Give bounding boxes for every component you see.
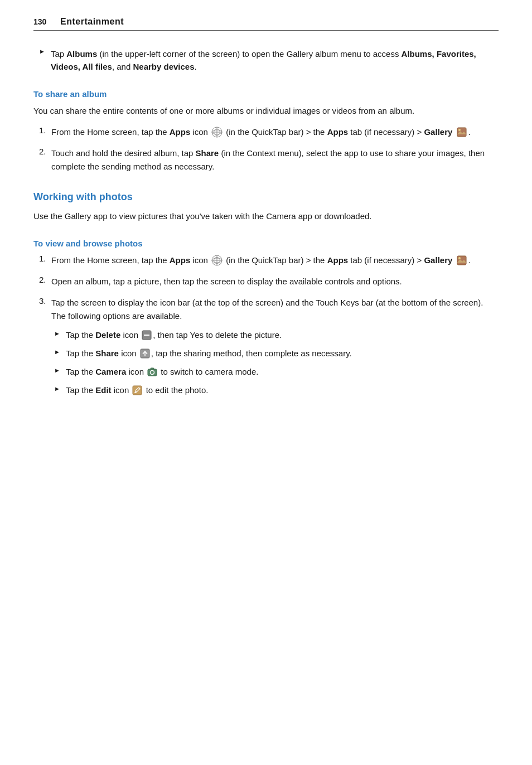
view-step-3-text: Tap the screen to display the icon bar (…	[51, 296, 499, 323]
page-title: Entertainment	[60, 17, 124, 27]
sub-bullet-delete-text: Tap the Delete icon , then tap Yes to de…	[66, 328, 282, 341]
sub-bullet-arrow-edit: ►	[54, 385, 60, 392]
albums-bullet: ► Tap Albums (in the upper-left corner o…	[33, 47, 499, 74]
camera-icon	[147, 367, 157, 377]
step-1-text: From the Home screen, tap the Apps icon …	[51, 125, 471, 139]
svg-rect-23	[133, 386, 142, 395]
apps-icon	[211, 127, 223, 138]
subsection-title-share-album: To share an album	[33, 89, 499, 99]
svg-rect-5	[457, 128, 466, 137]
sub-bullet-camera: ► Tap the Camera icon to switch to camer…	[54, 365, 499, 378]
view-photos-steps: 1. From the Home screen, tap the Apps ic…	[39, 254, 499, 403]
main-section-title-photos: Working with photos	[33, 191, 499, 203]
share-icon	[140, 348, 150, 359]
share-album-steps: 1. From the Home screen, tap the Apps ic…	[39, 125, 499, 173]
view-step-number-2: 2.	[39, 275, 51, 284]
apps-icon-2	[211, 255, 223, 266]
gallery-icon-2	[456, 255, 467, 266]
step-2-text: Touch and hold the desired album, tap Sh…	[51, 147, 499, 173]
svg-point-15	[458, 257, 461, 259]
working-photos-intro: Use the Gallery app to view pictures tha…	[33, 210, 499, 223]
delete-icon	[142, 330, 152, 340]
share-album-step-1: 1. From the Home screen, tap the Apps ic…	[39, 125, 499, 139]
sub-bullet-arrow-camera: ►	[54, 367, 60, 374]
edit-icon	[132, 385, 142, 395]
sub-bullet-share: ► Tap the Share icon , tap the sharing m…	[54, 347, 499, 360]
page-number: 130	[33, 17, 50, 26]
view-photos-step-3: 3. Tap the screen to display the icon ba…	[39, 296, 499, 403]
view-photos-step-2: 2. Open an album, tap a picture, then ta…	[39, 275, 499, 288]
page-header: 130 Entertainment	[33, 17, 499, 31]
sub-bullet-edit-text: Tap the Edit icon to edit the photo.	[66, 384, 209, 396]
sub-bullet-delete: ► Tap the Delete icon , then tap Yes to …	[54, 328, 499, 341]
view-step-number-3: 3.	[39, 296, 51, 306]
sub-bullet-share-text: Tap the Share icon , tap the sharing met…	[66, 347, 352, 360]
sub-bullet-arrow-delete: ►	[54, 330, 60, 337]
bullet-arrow-icon: ►	[39, 48, 45, 55]
sub-bullet-arrow-share: ►	[54, 348, 60, 355]
svg-point-7	[458, 129, 461, 131]
step-number-2: 2.	[39, 147, 51, 156]
step-number-1: 1.	[39, 125, 51, 135]
share-album-step-2: 2. Touch and hold the desired album, tap…	[39, 147, 499, 173]
svg-rect-22	[151, 368, 154, 370]
sub-bullet-edit: ► Tap the Edit icon to edit the photo.	[54, 384, 499, 396]
view-step-3-subbullets: ► Tap the Delete icon , then tap Yes to …	[54, 328, 499, 403]
view-photos-step-1: 1. From the Home screen, tap the Apps ic…	[39, 254, 499, 267]
subsection-title-view-photos: To view and browse photos	[33, 239, 499, 248]
sub-bullet-camera-text: Tap the Camera icon to switch to camera …	[66, 365, 259, 378]
view-step-number-1: 1.	[39, 254, 51, 263]
albums-bullet-text: Tap Albums (in the upper-left corner of …	[51, 47, 499, 74]
share-album-intro: You can share the entire contents of one…	[33, 104, 499, 118]
gallery-icon	[456, 127, 467, 138]
svg-rect-13	[457, 256, 466, 265]
view-step-2-text: Open an album, tap a picture, then tap t…	[51, 275, 402, 288]
view-step-1-text: From the Home screen, tap the Apps icon …	[51, 254, 471, 267]
